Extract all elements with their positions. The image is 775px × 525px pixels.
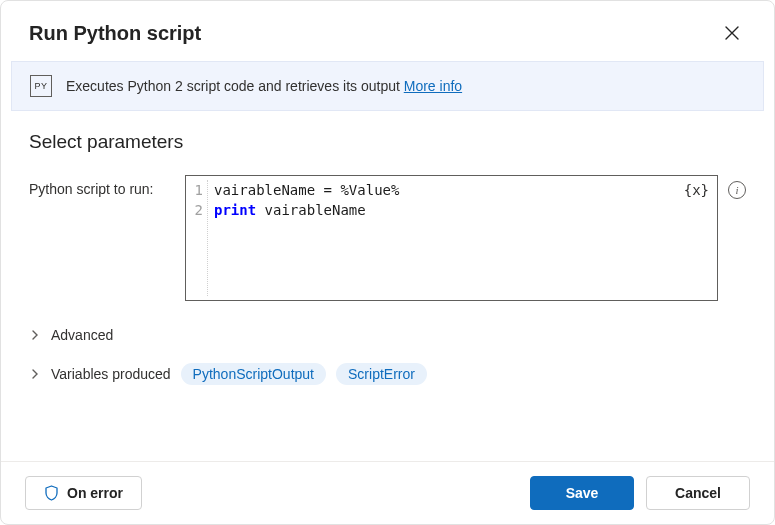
on-error-button[interactable]: On error: [25, 476, 142, 510]
variables-produced-label: Variables produced: [51, 366, 171, 382]
script-field-row: Python script to run: 1 2 vairableName =…: [29, 175, 746, 301]
python-badge-icon: PY: [30, 75, 52, 97]
close-button[interactable]: [718, 19, 746, 47]
chevron-right-icon: [29, 369, 41, 379]
insert-variable-button[interactable]: {x}: [684, 180, 709, 200]
on-error-label: On error: [67, 485, 123, 501]
save-label: Save: [566, 485, 599, 501]
dialog-content: Select parameters Python script to run: …: [1, 111, 774, 461]
advanced-expander[interactable]: Advanced: [29, 327, 746, 343]
info-banner: PY Executes Python 2 script code and ret…: [11, 61, 764, 111]
save-button[interactable]: Save: [530, 476, 634, 510]
cancel-button[interactable]: Cancel: [646, 476, 750, 510]
variables-produced-row[interactable]: Variables produced PythonScriptOutput Sc…: [29, 363, 746, 385]
banner-text: Executes Python 2 script code and retrie…: [66, 78, 462, 94]
info-icon[interactable]: i: [728, 181, 746, 199]
advanced-label: Advanced: [51, 327, 113, 343]
close-icon: [725, 26, 739, 40]
dialog-footer: On error Save Cancel: [1, 461, 774, 524]
line-number: 1: [186, 180, 203, 200]
output-variable-chip[interactable]: PythonScriptOutput: [181, 363, 326, 385]
shield-icon: [44, 485, 59, 501]
section-title: Select parameters: [29, 131, 746, 153]
python-script-editor[interactable]: 1 2 vairableName = %Value%print vairable…: [185, 175, 718, 301]
code-content: vairableName = %Value%print vairableName: [208, 180, 399, 296]
banner-description: Executes Python 2 script code and retrie…: [66, 78, 404, 94]
dialog-header: Run Python script: [1, 1, 774, 61]
more-info-link[interactable]: More info: [404, 78, 462, 94]
output-variable-chip[interactable]: ScriptError: [336, 363, 427, 385]
cancel-label: Cancel: [675, 485, 721, 501]
dialog-title: Run Python script: [29, 22, 201, 45]
run-python-script-dialog: Run Python script PY Executes Python 2 s…: [0, 0, 775, 525]
script-label: Python script to run:: [29, 175, 175, 197]
line-gutter: 1 2: [186, 180, 208, 296]
line-number: 2: [186, 200, 203, 220]
chevron-right-icon: [29, 330, 41, 340]
